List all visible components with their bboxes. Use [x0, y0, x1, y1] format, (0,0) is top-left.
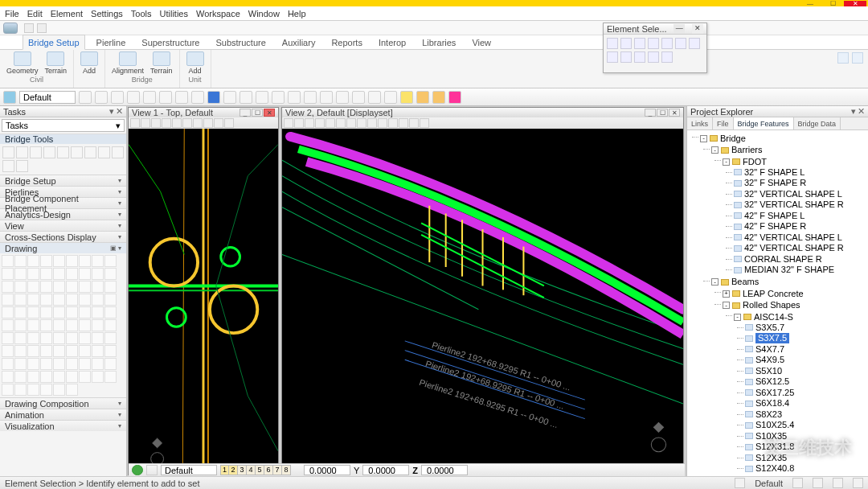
- draw-tool[interactable]: [27, 306, 39, 318]
- ribbon-button[interactable]: Geometry: [6, 51, 39, 75]
- draw-tool[interactable]: [66, 319, 78, 331]
- z-field[interactable]: 0.0000: [421, 465, 468, 475]
- draw-tool[interactable]: [2, 319, 14, 331]
- ribbon-button[interactable]: Terrain: [45, 51, 68, 75]
- view-number-buttons[interactable]: 12345678: [220, 465, 291, 475]
- draw-tool[interactable]: [79, 319, 91, 331]
- draw-tool[interactable]: [66, 358, 78, 370]
- view1-canvas[interactable]: [129, 129, 278, 475]
- draw-tool[interactable]: [14, 268, 27, 280]
- draw-tool[interactable]: [104, 345, 117, 357]
- draw-tool[interactable]: [14, 281, 27, 293]
- draw-tool[interactable]: [66, 306, 78, 318]
- draw-tool[interactable]: [79, 255, 91, 267]
- snap-combo[interactable]: Default: [161, 465, 217, 475]
- tool-btn[interactable]: [3, 91, 16, 104]
- ribbon-tab[interactable]: Pierline: [92, 35, 131, 49]
- ribbon-tab[interactable]: Libraries: [417, 35, 461, 49]
- draw-tool[interactable]: [92, 306, 104, 318]
- menu-help[interactable]: Help: [288, 9, 306, 18]
- draw-tool[interactable]: [27, 345, 39, 357]
- ribbon-button[interactable]: Add: [80, 51, 98, 75]
- draw-tool[interactable]: [2, 255, 14, 267]
- draw-tool[interactable]: [53, 332, 65, 344]
- draw-tool[interactable]: [40, 345, 52, 357]
- menu-workspace[interactable]: Workspace: [196, 9, 240, 18]
- draw-tool[interactable]: [53, 358, 65, 370]
- pin-icon[interactable]: ▾: [851, 106, 856, 117]
- draw-tool[interactable]: [79, 358, 91, 370]
- status-icon[interactable]: [735, 478, 745, 488]
- task-accordion[interactable]: Cross-Sections Display▾: [0, 231, 126, 242]
- draw-tool[interactable]: [40, 358, 52, 370]
- draw-tool[interactable]: [53, 371, 65, 383]
- draw-tool[interactable]: [66, 255, 78, 267]
- draw-tool[interactable]: [79, 345, 91, 357]
- ribbon-tab[interactable]: Auxiliary: [277, 35, 321, 49]
- draw-tool[interactable]: [14, 255, 27, 267]
- panel-close-icon[interactable]: ✕: [858, 106, 865, 117]
- dialog-minimize[interactable]: —: [674, 24, 685, 34]
- draw-tool[interactable]: [53, 384, 65, 396]
- draw-tool[interactable]: [104, 255, 117, 267]
- view-max-icon[interactable]: ☐: [252, 109, 263, 117]
- draw-tool[interactable]: [40, 268, 52, 280]
- draw-tool[interactable]: [92, 358, 104, 370]
- draw-tool[interactable]: [27, 371, 39, 383]
- draw-tool[interactable]: [2, 306, 14, 318]
- draw-tool[interactable]: [2, 371, 14, 383]
- draw-tool[interactable]: [53, 345, 65, 357]
- draw-tool[interactable]: [53, 255, 65, 267]
- draw-tool[interactable]: [104, 358, 117, 370]
- draw-tool[interactable]: [104, 306, 117, 318]
- draw-tool[interactable]: [92, 319, 104, 331]
- draw-tool[interactable]: [2, 281, 14, 293]
- draw-tool[interactable]: [92, 255, 104, 267]
- draw-tool[interactable]: [66, 268, 78, 280]
- draw-tool[interactable]: [104, 332, 117, 344]
- draw-tool[interactable]: [40, 371, 52, 383]
- running-icon[interactable]: [132, 465, 143, 475]
- pe-tab[interactable]: Bridge Data: [794, 117, 841, 129]
- draw-tool[interactable]: [79, 371, 91, 383]
- draw-tool[interactable]: [92, 371, 104, 383]
- draw-tool[interactable]: [14, 371, 27, 383]
- draw-tool[interactable]: [27, 384, 39, 396]
- draw-tool[interactable]: [53, 319, 65, 331]
- ribbon-help-buttons[interactable]: [837, 52, 863, 64]
- draw-tool[interactable]: [53, 268, 65, 280]
- draw-tool[interactable]: [14, 384, 27, 396]
- draw-tool[interactable]: [66, 384, 78, 396]
- draw-tool[interactable]: [66, 332, 78, 344]
- pe-tab[interactable]: File: [713, 117, 734, 129]
- menu-edit[interactable]: Edit: [27, 9, 43, 18]
- draw-tool[interactable]: [2, 332, 14, 344]
- draw-tool[interactable]: [27, 268, 39, 280]
- ribbon-tab[interactable]: Substructure: [211, 35, 270, 49]
- pe-tab[interactable]: Links: [687, 117, 713, 129]
- task-accordion[interactable]: View▾: [0, 220, 126, 231]
- view2-canvas[interactable]: Pierline2 192+68.9295 R1 -- 0+00 ... Pie…: [282, 129, 683, 475]
- pe-tree[interactable]: -Bridge -Barriers -FDOT 32" F SHAPE L32"…: [687, 130, 868, 476]
- draw-tool[interactable]: [92, 281, 104, 293]
- draw-tool[interactable]: [66, 281, 78, 293]
- task-bridge-tools[interactable]: Bridge Tools: [0, 134, 126, 144]
- draw-tool[interactable]: [14, 319, 27, 331]
- task-accordion[interactable]: Visualization▾: [0, 420, 126, 431]
- draw-tool[interactable]: [66, 345, 78, 357]
- draw-tool[interactable]: [79, 332, 91, 344]
- task-accordion[interactable]: Animation▾: [0, 409, 126, 420]
- draw-tool[interactable]: [66, 294, 78, 306]
- draw-tool[interactable]: [2, 268, 14, 280]
- ribbon-tab[interactable]: Interop: [374, 35, 411, 49]
- level-combo[interactable]: Default: [19, 91, 76, 104]
- task-drawing[interactable]: Drawing▣ ▾: [0, 242, 126, 253]
- expand-icon[interactable]: -: [700, 135, 707, 142]
- draw-tool[interactable]: [14, 332, 27, 344]
- draw-tool[interactable]: [40, 384, 52, 396]
- draw-tool[interactable]: [92, 268, 104, 280]
- draw-tool[interactable]: [53, 306, 65, 318]
- ribbon-tab[interactable]: Bridge Setup: [23, 35, 85, 50]
- menu-tools[interactable]: Tools: [131, 9, 152, 18]
- draw-tool[interactable]: [79, 281, 91, 293]
